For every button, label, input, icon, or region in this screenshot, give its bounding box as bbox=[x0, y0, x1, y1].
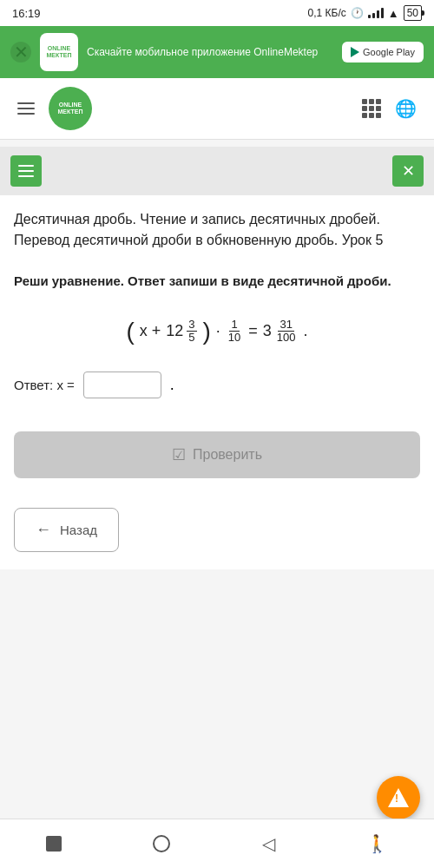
main-header: ONLINEМЕКТЕП 🌐 bbox=[0, 78, 434, 140]
nav-square-button[interactable] bbox=[32, 831, 76, 857]
alarm-icon: 🕐 bbox=[351, 7, 364, 19]
banner-close-button[interactable]: ✕ bbox=[10, 42, 31, 62]
back-button-label: Назад bbox=[60, 523, 97, 537]
question-text: Реши уравнение. Ответ запиши в виде деся… bbox=[14, 272, 420, 292]
language-icon[interactable]: 🌐 bbox=[391, 95, 420, 122]
answer-period: . bbox=[170, 376, 174, 394]
bottom-nav: ◁ 🚶 bbox=[0, 819, 434, 868]
multiply-dot: · bbox=[216, 322, 220, 340]
mixed-number-1: 12 3 5 bbox=[166, 319, 197, 345]
square-icon bbox=[46, 836, 62, 852]
wifi-icon: ▲ bbox=[388, 7, 399, 20]
back-button[interactable]: ← Назад bbox=[14, 508, 119, 552]
left-paren: ( bbox=[126, 318, 134, 345]
period: . bbox=[304, 322, 308, 340]
hamburger-icon[interactable] bbox=[14, 99, 38, 118]
mixed-number-2: 3 31 100 bbox=[263, 319, 299, 345]
nav-home-button[interactable] bbox=[139, 830, 184, 858]
check-button[interactable]: ☑ Проверить bbox=[14, 431, 420, 478]
nav-person-button[interactable]: 🚶 bbox=[352, 828, 402, 859]
warning-icon bbox=[388, 788, 409, 807]
status-bar: 16:19 0,1 КБ/с 🕐 ▲ 50 bbox=[0, 0, 434, 26]
main-content: ✕ Десятичная дробь. Чтение и запись деся… bbox=[0, 147, 434, 569]
question-area: Реши уравнение. Ответ запиши в виде деся… bbox=[0, 258, 434, 423]
check-button-label: Проверить bbox=[193, 447, 262, 463]
grid-view-icon[interactable] bbox=[362, 99, 381, 118]
signal-icon bbox=[368, 8, 384, 18]
status-indicators: 0,1 КБ/с 🕐 ▲ 50 bbox=[308, 5, 422, 21]
banner-text: Скачайте мобильное приложение OnlineMekt… bbox=[87, 45, 333, 60]
right-paren: ) bbox=[203, 318, 211, 345]
variable-x: x + bbox=[140, 322, 161, 340]
circle-icon bbox=[153, 835, 170, 852]
nav-back-button[interactable]: ◁ bbox=[248, 828, 289, 859]
warning-fab[interactable] bbox=[377, 776, 420, 819]
lesson-title-area: Десятичная дробь. Чтение и запись десяти… bbox=[0, 195, 434, 258]
header-logo: ONLINEМЕКТЕП bbox=[49, 87, 92, 130]
lesson-toolbar: ✕ bbox=[0, 147, 434, 195]
battery-icon: 50 bbox=[404, 5, 422, 21]
answer-input[interactable] bbox=[83, 372, 161, 398]
play-icon bbox=[351, 47, 359, 57]
network-speed: 0,1 КБ/с bbox=[308, 7, 346, 19]
google-play-label: Google Play bbox=[363, 47, 415, 57]
google-play-button[interactable]: Google Play bbox=[342, 42, 424, 62]
check-icon: ☑ bbox=[172, 445, 186, 464]
lesson-title: Десятичная дробь. Чтение и запись десяти… bbox=[14, 209, 420, 251]
lesson-menu-button[interactable] bbox=[10, 155, 42, 187]
equation-display: ( x + 12 3 5 ) · 1 10 = 3 31 100 bbox=[14, 309, 420, 363]
time-display: 16:19 bbox=[12, 7, 41, 20]
banner-logo: ONLINEМЕКТЕП bbox=[40, 33, 78, 71]
equals-sign: = bbox=[248, 322, 258, 340]
fraction-1-10: 1 10 bbox=[227, 319, 242, 345]
answer-label: Ответ: x = bbox=[14, 378, 75, 392]
nav-back-icon: ◁ bbox=[262, 833, 275, 854]
person-icon: 🚶 bbox=[366, 833, 388, 854]
check-button-area: ☑ Проверить bbox=[0, 423, 434, 496]
lesson-close-button[interactable]: ✕ bbox=[392, 155, 424, 187]
back-button-area: ← Назад bbox=[0, 499, 434, 569]
back-arrow-icon: ← bbox=[36, 521, 51, 539]
answer-row: Ответ: x = . bbox=[14, 363, 420, 416]
app-banner: ✕ ONLINEМЕКТЕП Скачайте мобильное прилож… bbox=[0, 26, 434, 78]
